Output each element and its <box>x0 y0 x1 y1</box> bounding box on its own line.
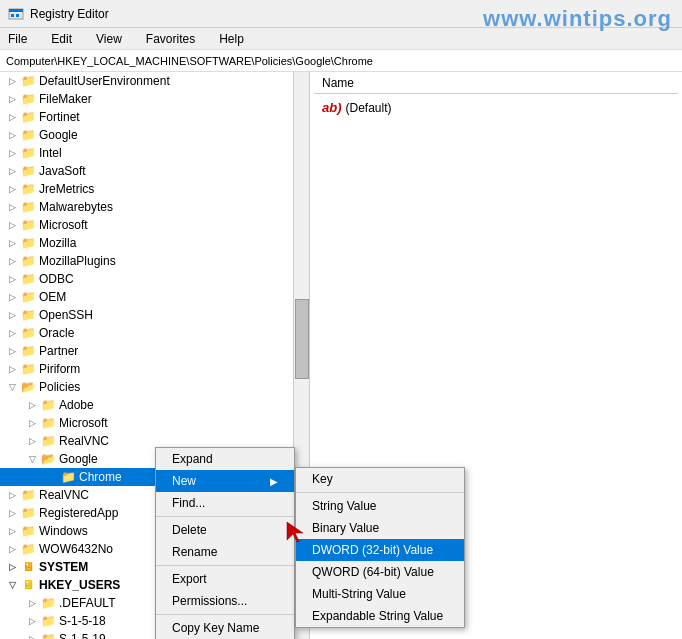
tree-item[interactable]: ▷ 📁 Fortinet <box>0 108 309 126</box>
tree-item[interactable]: ▽ 📂 Policies <box>0 378 309 396</box>
sub-expandable[interactable]: Expandable String Value <box>296 605 464 627</box>
folder-icon: 📁 <box>20 326 36 340</box>
expand-icon: ▽ <box>24 451 40 467</box>
folder-icon: 📁 <box>20 218 36 232</box>
folder-icon: 📁 <box>20 308 36 322</box>
sub-dword[interactable]: DWORD (32-bit) Value <box>296 539 464 561</box>
expand-icon: ▷ <box>4 541 20 557</box>
tree-item[interactable]: ▷ 📁 ODBC <box>0 270 309 288</box>
tree-label: OpenSSH <box>39 308 93 322</box>
main-content: ▷ 📁 DefaultUserEnvironment ▷ 📁 FileMaker… <box>0 72 682 639</box>
folder-icon: 📁 <box>20 254 36 268</box>
folder-icon: 📁 <box>20 506 36 520</box>
folder-icon: 📁 <box>20 110 36 124</box>
ctx-export[interactable]: Export <box>156 568 294 590</box>
tree-label: HKEY_USERS <box>39 578 120 592</box>
col-header-name: Name <box>314 76 362 90</box>
tree-item[interactable]: ▷ 📁 Adobe <box>0 396 309 414</box>
expand-icon: ▷ <box>4 163 20 179</box>
ctx-separator <box>156 614 294 615</box>
expand-icon: ▷ <box>4 523 20 539</box>
folder-icon: 📂 <box>40 452 56 466</box>
tree-label: MozillaPlugins <box>39 254 116 268</box>
ctx-arrow: ▶ <box>270 476 278 487</box>
menu-file[interactable]: File <box>4 31 31 47</box>
tree-item[interactable]: ▷ 📁 Google <box>0 126 309 144</box>
tree-label: S-1-5-18 <box>59 614 106 628</box>
ctx-permissions[interactable]: Permissions... <box>156 590 294 612</box>
sub-qword[interactable]: QWORD (64-bit) Value <box>296 561 464 583</box>
folder-icon: 📁 <box>20 524 36 538</box>
expand-icon: ▷ <box>4 487 20 503</box>
tree-label: JreMetrics <box>39 182 94 196</box>
value-row: ab) (Default) <box>314 98 678 117</box>
tree-item[interactable]: ▷ 📁 MozillaPlugins <box>0 252 309 270</box>
sub-separator <box>296 492 464 493</box>
tree-item[interactable]: ▷ 📁 Piriform <box>0 360 309 378</box>
tree-item[interactable]: ▷ 📁 FileMaker <box>0 90 309 108</box>
ctx-new[interactable]: New ▶ <box>156 470 294 492</box>
folder-icon: 📁 <box>40 398 56 412</box>
ctx-expand[interactable]: Expand <box>156 448 294 470</box>
menu-help[interactable]: Help <box>215 31 248 47</box>
expand-icon: ▷ <box>4 127 20 143</box>
sub-multi-string[interactable]: Multi-String Value <box>296 583 464 605</box>
sub-expandable-label: Expandable String Value <box>312 609 443 623</box>
ctx-rename[interactable]: Rename <box>156 541 294 563</box>
tree-label: Google <box>39 128 78 142</box>
expand-icon: ▷ <box>4 145 20 161</box>
tree-label: SYSTEM <box>39 560 88 574</box>
sub-multi-string-label: Multi-String Value <box>312 587 406 601</box>
expand-icon: ▷ <box>4 271 20 287</box>
expand-icon: ▷ <box>4 73 20 89</box>
menu-favorites[interactable]: Favorites <box>142 31 199 47</box>
ctx-find[interactable]: Find... <box>156 492 294 514</box>
tree-label: Intel <box>39 146 62 160</box>
tree-label: DefaultUserEnvironment <box>39 74 170 88</box>
title-bar: Registry Editor www.wintips.org <box>0 0 682 28</box>
expand-icon: ▷ <box>4 217 20 233</box>
folder-icon: 📁 <box>20 200 36 214</box>
scroll-thumb[interactable] <box>295 299 309 379</box>
tree-label: Piriform <box>39 362 80 376</box>
tree-item[interactable]: ▷ 📁 OpenSSH <box>0 306 309 324</box>
expand-icon: ▷ <box>24 595 40 611</box>
address-bar: Computer\HKEY_LOCAL_MACHINE\SOFTWARE\Pol… <box>0 50 682 72</box>
tree-item[interactable]: ▷ 📁 Intel <box>0 144 309 162</box>
tree-item[interactable]: ▷ 📁 JreMetrics <box>0 180 309 198</box>
tree-item[interactable]: ▷ 📁 DefaultUserEnvironment <box>0 72 309 90</box>
expand-icon: ▷ <box>24 415 40 431</box>
registry-icon <box>8 6 24 22</box>
ctx-delete[interactable]: Delete <box>156 519 294 541</box>
submenu: Key String Value Binary Value DWORD (32-… <box>295 467 465 628</box>
menu-view[interactable]: View <box>92 31 126 47</box>
ctx-rename-label: Rename <box>172 545 217 559</box>
tree-item[interactable]: ▷ 📁 Mozilla <box>0 234 309 252</box>
folder-icon: 📁 <box>20 542 36 556</box>
sub-binary[interactable]: Binary Value <box>296 517 464 539</box>
watermark: www.wintips.org <box>483 6 672 32</box>
tree-item[interactable]: ▷ 📁 Malwarebytes <box>0 198 309 216</box>
sub-string-label: String Value <box>312 499 376 513</box>
folder-icon: 📁 <box>40 632 56 639</box>
tree-item[interactable]: ▷ 📁 Partner <box>0 342 309 360</box>
sub-string[interactable]: String Value <box>296 495 464 517</box>
tree-item[interactable]: ▷ 📁 Microsoft <box>0 414 309 432</box>
ctx-copy-key[interactable]: Copy Key Name <box>156 617 294 639</box>
sub-key[interactable]: Key <box>296 468 464 490</box>
ctx-find-label: Find... <box>172 496 205 510</box>
expand-icon: ▷ <box>24 433 40 449</box>
folder-icon: 📁 <box>20 272 36 286</box>
tree-item[interactable]: ▷ 📁 Microsoft <box>0 216 309 234</box>
tree-label-chrome: Chrome <box>79 470 122 484</box>
ab-icon: ab) <box>322 100 342 115</box>
folder-icon: 📁 <box>40 416 56 430</box>
ctx-expand-label: Expand <box>172 452 213 466</box>
tree-item[interactable]: ▷ 📁 Oracle <box>0 324 309 342</box>
tree-item[interactable]: ▷ 📁 JavaSoft <box>0 162 309 180</box>
menu-edit[interactable]: Edit <box>47 31 76 47</box>
tree-item[interactable]: ▷ 📁 OEM <box>0 288 309 306</box>
expand-icon: ▷ <box>4 91 20 107</box>
ctx-copy-key-label: Copy Key Name <box>172 621 259 635</box>
tree-label: JavaSoft <box>39 164 86 178</box>
